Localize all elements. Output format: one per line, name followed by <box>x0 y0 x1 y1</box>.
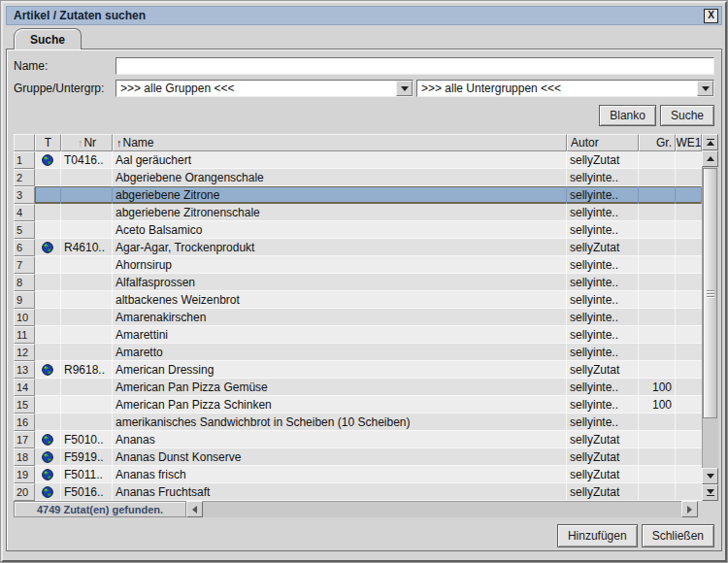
table-row[interactable]: 5Aceto Balsamicosellyinte.. <box>14 221 702 239</box>
schliessen-button[interactable]: Schließen <box>642 524 714 547</box>
column-header-gr[interactable]: Gr. <box>639 134 676 151</box>
table-row[interactable]: 16amerikanisches Sandwichbrot in Scheibe… <box>14 414 702 431</box>
row-data[interactable]: abgeriebene Zitronenschalesellyinte.. <box>35 204 702 221</box>
row-data[interactable]: R4610..Agar-Agar, TrockenproduktsellyZut… <box>35 239 702 256</box>
column-header-t[interactable]: T <box>35 134 61 151</box>
table-row[interactable]: 2Abgeriebene Orangenschalesellyinte.. <box>14 169 702 186</box>
table-row[interactable]: 17F5010..AnanassellyZutat <box>14 431 702 448</box>
hinzufuegen-button[interactable]: Hinzufügen <box>557 524 638 547</box>
scroll-up-icon[interactable] <box>702 150 718 167</box>
row-number-cell: 4 <box>14 204 35 221</box>
table-row[interactable]: 12Amarettosellyinte.. <box>14 344 702 361</box>
row-number-cell: 20 <box>14 483 35 501</box>
column-header-autor[interactable]: Autor <box>567 134 639 151</box>
dialog-window: Artikel / Zutaten suchen X Suche Name: G… <box>0 0 728 563</box>
row-data[interactable]: F5919..Ananas Dunst KonservesellyZutat <box>35 448 702 466</box>
table-row[interactable]: 14American Pan Pizza Gemüsesellyinte..10… <box>14 379 702 396</box>
table-row[interactable]: 3abgeriebene Zitronesellyinte.. <box>14 186 702 204</box>
vertical-scroll-track[interactable] <box>702 167 718 468</box>
suche-button[interactable]: Suche <box>660 105 714 126</box>
table-row[interactable]: 19F5011..Ananas frischsellyZutat <box>14 466 702 483</box>
type-cell <box>35 483 61 501</box>
row-data[interactable]: abgeriebene Zitronesellyinte.. <box>35 186 702 204</box>
table-row[interactable]: 18F5919..Ananas Dunst KonservesellyZutat <box>14 448 702 466</box>
autor-cell: sellyinte.. <box>567 291 639 309</box>
nr-cell: F5919.. <box>61 448 113 466</box>
horizontal-scroll-track[interactable] <box>203 501 681 517</box>
column-header-name[interactable]: ↑ Name <box>113 134 567 151</box>
autor-cell: sellyZutat <box>567 483 639 501</box>
scroll-right-icon[interactable] <box>681 501 698 517</box>
status-bar: 4749 Zutat(en) gefunden. <box>14 501 714 517</box>
gr-cell <box>639 361 676 379</box>
table-row[interactable]: 10Amarenakirschensellyinte.. <box>14 309 702 326</box>
row-data[interactable]: American Pan Pizza Schinkensellyinte..10… <box>35 396 702 414</box>
globe-icon <box>42 364 53 376</box>
name-cell: American Pan Pizza Gemüse <box>113 379 567 396</box>
scroll-to-top-icon[interactable] <box>702 134 718 150</box>
name-cell: Ananas Dunst Konserve <box>113 448 567 466</box>
type-cell <box>35 291 61 309</box>
row-number-cell: 15 <box>14 396 35 414</box>
scroll-down-icon[interactable] <box>702 468 718 484</box>
row-number-cell: 12 <box>14 344 35 361</box>
we1-cell <box>676 414 702 431</box>
row-data[interactable]: R9618..American DressingsellyZutat <box>35 361 702 379</box>
table-row[interactable]: 6R4610..Agar-Agar, TrockenproduktsellyZu… <box>14 239 702 256</box>
subgroup-select[interactable]: >>> alle Untergruppen <<< <box>416 80 714 97</box>
autor-cell: sellyZutat <box>567 431 639 448</box>
row-data[interactable]: Amarenakirschensellyinte.. <box>35 309 702 326</box>
row-data[interactable]: F5016..Ananas FruchtsaftsellyZutat <box>35 483 702 501</box>
we1-cell <box>676 239 702 256</box>
name-cell: Aceto Balsamico <box>113 221 567 239</box>
row-data[interactable]: F5010..AnanassellyZutat <box>35 431 702 448</box>
table-row[interactable]: 7Ahornsirupsellyinte.. <box>14 256 702 274</box>
row-data[interactable]: T0416..Aal geräuchertsellyZutat <box>35 151 702 169</box>
table-row[interactable]: 11Amarettinisellyinte.. <box>14 326 702 344</box>
row-data[interactable]: Abgeriebene Orangenschalesellyinte.. <box>35 169 702 186</box>
row-data[interactable]: American Pan Pizza Gemüsesellyinte..100 <box>35 379 702 396</box>
scrollbar-corner <box>698 501 714 517</box>
gr-cell <box>639 256 676 274</box>
row-data[interactable]: Ahornsirupsellyinte.. <box>35 256 702 274</box>
row-data[interactable]: Aceto Balsamicosellyinte.. <box>35 221 702 239</box>
vertical-scrollbar[interactable] <box>702 134 718 501</box>
row-data[interactable]: Alfalfasprossensellyinte.. <box>35 274 702 291</box>
group-select[interactable]: >>> alle Gruppen <<< <box>116 80 414 97</box>
table-row[interactable]: 1T0416..Aal geräuchertsellyZutat <box>14 151 702 169</box>
autor-cell: sellyZutat <box>567 448 639 466</box>
table-row[interactable]: 9altbackenes Weizenbrotsellyinte.. <box>14 291 702 309</box>
table-row[interactable]: 13R9618..American DressingsellyZutat <box>14 361 702 379</box>
we1-cell <box>676 466 702 483</box>
type-cell <box>35 221 61 239</box>
globe-icon <box>42 486 53 498</box>
row-data[interactable]: Amarettinisellyinte.. <box>35 326 702 344</box>
type-cell <box>35 169 61 186</box>
type-cell <box>35 239 61 256</box>
type-cell <box>35 256 61 274</box>
table-row[interactable]: 8Alfalfasprossensellyinte.. <box>14 274 702 291</box>
name-label: Name: <box>14 59 116 73</box>
scroll-left-icon[interactable] <box>186 501 203 517</box>
row-data[interactable]: altbackenes Weizenbrotsellyinte.. <box>35 291 702 309</box>
type-cell <box>35 379 61 396</box>
row-data[interactable]: amerikanisches Sandwichbrot in Scheiben … <box>35 414 702 431</box>
vertical-scroll-thumb[interactable] <box>703 168 717 418</box>
row-data[interactable]: Amarettosellyinte.. <box>35 344 702 361</box>
scroll-to-bottom-icon[interactable] <box>702 484 718 501</box>
row-data[interactable]: F5011..Ananas frischsellyZutat <box>35 466 702 483</box>
table-row[interactable]: 4abgeriebene Zitronenschalesellyinte.. <box>14 204 702 221</box>
title-bar[interactable]: Artikel / Zutaten suchen X <box>6 6 722 25</box>
row-number-cell: 1 <box>14 151 35 169</box>
column-header-we1[interactable]: WE1 <box>676 134 702 151</box>
close-icon[interactable]: X <box>704 9 718 23</box>
name-input[interactable] <box>116 57 714 75</box>
chevron-down-icon[interactable] <box>396 81 413 96</box>
blanko-button[interactable]: Blanko <box>599 105 656 126</box>
chevron-down-icon[interactable] <box>697 81 713 96</box>
row-number-cell: 5 <box>14 221 35 239</box>
table-row[interactable]: 20F5016..Ananas FruchtsaftsellyZutat <box>14 483 702 501</box>
table-row[interactable]: 15American Pan Pizza Schinkensellyinte..… <box>14 396 702 414</box>
tab-suche[interactable]: Suche <box>14 28 82 50</box>
column-header-nr[interactable]: ↑ Nr <box>61 134 113 151</box>
